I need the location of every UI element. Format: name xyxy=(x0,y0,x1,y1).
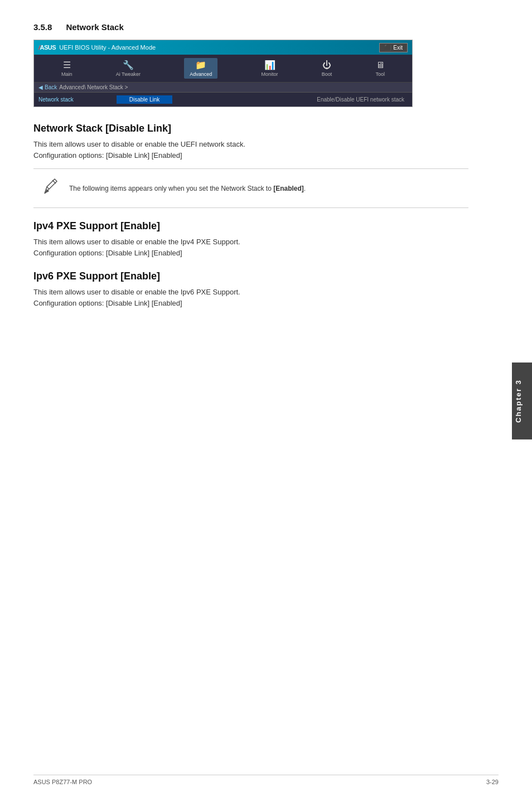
bios-nav: ☰ Main 🔧 Ai Tweaker 📁 Advanced 📊 Monitor… xyxy=(34,55,412,83)
ai-tweaker-label: Ai Tweaker xyxy=(116,71,141,77)
tool-icon: 🖥 xyxy=(376,60,385,70)
section-heading: 3.5.8 Network Stack xyxy=(33,22,468,32)
note-pencil-icon xyxy=(41,175,61,202)
network-stack-line2: Configuration options: [Disable Link] [E… xyxy=(33,151,182,160)
advanced-icon: 📁 xyxy=(195,60,206,70)
ipv4-line1: This item allows user to disable or enab… xyxy=(33,238,240,246)
advanced-label: Advanced xyxy=(190,71,212,77)
network-stack-line1: This item allows user to disable or enab… xyxy=(33,140,245,148)
ipv6-line2: Configuration options: [Disable Link] [E… xyxy=(33,299,182,307)
ipv4-line2: Configuration options: [Disable Link] [E… xyxy=(33,249,182,257)
monitor-label: Monitor xyxy=(262,71,278,77)
note-text-after: . xyxy=(304,185,306,192)
note-box: The following items appears only when yo… xyxy=(33,168,468,208)
section-title: Network Stack xyxy=(66,22,123,32)
bios-titlebar-left: /ASUS UEFI BIOS Utility - Advanced Mode xyxy=(38,44,156,51)
boot-label: Boot xyxy=(322,71,332,77)
tool-label: Tool xyxy=(375,71,385,77)
bios-nav-tool[interactable]: 🖥 Tool xyxy=(375,60,385,77)
back-arrow-icon: ◀ xyxy=(38,84,43,90)
bios-breadcrumb: ◀ Back Advanced\ Network Stack > xyxy=(34,83,412,93)
bios-exit-button[interactable]: ⬛ Exit xyxy=(379,43,408,52)
row-label: Network stack xyxy=(38,96,117,103)
section-network-stack: Network Stack [Disable Link] This item a… xyxy=(33,123,468,208)
bios-nav-advanced[interactable]: 📁 Advanced xyxy=(184,58,217,79)
bios-titlebar: /ASUS UEFI BIOS Utility - Advanced Mode … xyxy=(34,40,412,55)
bios-table-row[interactable]: Network stack Disable Link Enable/Disabl… xyxy=(34,93,412,107)
page-footer: ASUS P8Z77-M PRO 3-29 xyxy=(33,775,499,785)
footer-page-number: 3-29 xyxy=(486,779,499,785)
section-ipv4: Ipv4 PXE Support [Enable] This item allo… xyxy=(33,220,468,258)
ipv4-title: Ipv4 PXE Support [Enable] xyxy=(33,220,468,232)
chapter-label: Chapter 3 xyxy=(514,379,523,423)
row-value[interactable]: Disable Link xyxy=(117,95,172,104)
boot-icon: ⏻ xyxy=(322,60,331,70)
monitor-icon: 📊 xyxy=(264,60,275,70)
ai-tweaker-icon: 🔧 xyxy=(123,60,134,70)
bios-logo: /ASUS xyxy=(38,44,56,51)
bios-screenshot: /ASUS UEFI BIOS Utility - Advanced Mode … xyxy=(33,40,413,107)
bios-nav-monitor[interactable]: 📊 Monitor xyxy=(262,60,278,77)
back-label: Back xyxy=(45,84,57,90)
note-text: The following items appears only when yo… xyxy=(69,183,306,194)
bios-title-text: UEFI BIOS Utility - Advanced Mode xyxy=(59,44,156,51)
footer-product-name: ASUS P8Z77-M PRO xyxy=(33,779,92,785)
section-number: 3.5.8 xyxy=(33,22,52,32)
bios-nav-boot[interactable]: ⏻ Boot xyxy=(322,60,332,77)
ipv4-body: This item allows user to disable or enab… xyxy=(33,236,468,258)
ipv6-line1: This item allows user to disable or enab… xyxy=(33,288,240,296)
network-stack-body: This item allows user to disable or enab… xyxy=(33,139,468,161)
main-icon: ☰ xyxy=(63,60,71,70)
chapter-sidebar: Chapter 3 xyxy=(512,363,532,439)
breadcrumb-path: Advanced\ Network Stack > xyxy=(59,84,128,90)
bios-nav-main[interactable]: ☰ Main xyxy=(61,60,72,77)
section-ipv6: Ipv6 PXE Support [Enable] This item allo… xyxy=(33,270,468,308)
exit-label: Exit xyxy=(393,45,403,51)
bios-back-button[interactable]: ◀ Back xyxy=(38,84,57,90)
note-text-before: The following items appears only when yo… xyxy=(69,185,273,192)
ipv6-title: Ipv6 PXE Support [Enable] xyxy=(33,270,468,282)
ipv6-body: This item allows user to disable or enab… xyxy=(33,287,468,308)
row-description: Enable/Disable UEFI network stack xyxy=(172,96,408,103)
svg-line-0 xyxy=(52,180,56,183)
network-stack-title: Network Stack [Disable Link] xyxy=(33,123,468,134)
bios-nav-ai-tweaker[interactable]: 🔧 Ai Tweaker xyxy=(116,60,141,77)
exit-icon: ⬛ xyxy=(384,45,391,51)
main-label: Main xyxy=(61,71,72,77)
note-text-bold: [Enabled] xyxy=(273,185,304,192)
